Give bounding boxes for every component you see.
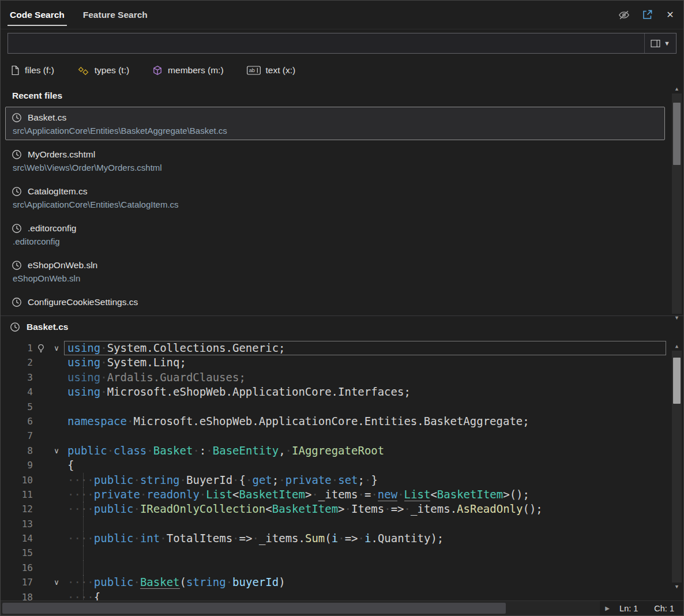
code-text: public·class·Basket·:·BaseEntity,·IAggre… — [64, 444, 666, 458]
visibility-off-icon[interactable] — [618, 9, 630, 21]
code-text: namespace·Microsoft.eShopWeb.Application… — [64, 414, 666, 429]
code-line: 5 — [1, 400, 666, 414]
glyph-margin — [33, 561, 49, 575]
editor-scrollbar-track[interactable] — [672, 351, 682, 583]
fold-margin — [49, 473, 64, 487]
search-input[interactable] — [8, 33, 644, 53]
editor-scrollbar[interactable]: ▲ ▼ — [672, 342, 682, 591]
recent-file-name: .editorconfig — [28, 223, 76, 234]
horizontal-scrollbar-thumb[interactable] — [2, 603, 506, 614]
recent-file-item[interactable]: eShopOnWeb.slneShopOnWeb.sln — [5, 254, 665, 288]
recent-file-item[interactable]: Basket.cssrc\ApplicationCore\Entities\Ba… — [5, 107, 665, 140]
fold-margin — [49, 370, 64, 385]
fold-margin — [49, 546, 64, 560]
filter-members[interactable]: members (m:) — [152, 65, 223, 76]
filter-files-label: files (f:) — [25, 65, 54, 76]
clock-icon — [12, 260, 22, 271]
code-preview-editor[interactable]: 1∨using·System.Collections.Generic;2usin… — [1, 337, 683, 600]
clock-icon — [12, 186, 22, 197]
recent-file-name: Basket.cs — [28, 112, 66, 123]
search-options-dropdown[interactable]: ▼ — [644, 33, 676, 53]
line-number: 12 — [1, 502, 33, 516]
code-text: using·Ardalis.GuardClauses; — [64, 370, 666, 385]
fold-margin — [49, 400, 64, 414]
filter-members-label: members (m:) — [168, 65, 223, 76]
recent-file-path: eShopOnWeb.sln — [12, 273, 659, 283]
fold-chevron-icon[interactable]: ∨ — [49, 341, 64, 355]
recent-file-name: MyOrders.cshtml — [28, 149, 95, 160]
clock-icon — [12, 149, 22, 160]
scrollbar-thumb[interactable] — [673, 103, 681, 165]
filter-files[interactable]: files (f:) — [11, 65, 54, 76]
line-number: 18 — [1, 590, 33, 600]
code-search-window: Code Search Feature Search ✕ — [0, 0, 684, 616]
close-icon[interactable]: ✕ — [664, 9, 677, 21]
recent-file-item[interactable]: MyOrders.cshtmlsrc\Web\Views\Order\MyOrd… — [5, 144, 665, 177]
line-number: 3 — [1, 370, 33, 385]
code-text: ····public·IReadOnlyCollection<BasketIte… — [64, 502, 666, 516]
code-text: ····public·string·BuyerId·{·get;·private… — [64, 473, 666, 487]
code-text: using·System.Collections.Generic; — [64, 341, 666, 355]
lightbulb-icon[interactable] — [33, 341, 49, 355]
recent-files-list: Basket.cssrc\ApplicationCore\Entities\Ba… — [1, 106, 683, 315]
editor-scroll-down-icon[interactable]: ▼ — [672, 583, 682, 591]
recent-file-name: eShopOnWeb.sln — [28, 260, 97, 271]
code-line: 11····private·readonly·List<BasketItem>·… — [1, 487, 666, 502]
code-line: 17∨····public·Basket(string·buyerId) — [1, 575, 666, 589]
filter-types-label: types (t:) — [95, 65, 129, 76]
glyph-margin — [33, 385, 49, 399]
code-line: 12····public·IReadOnlyCollection<BasketI… — [1, 502, 666, 516]
scroll-up-icon[interactable]: ▲ — [672, 85, 682, 93]
line-number: 7 — [1, 429, 33, 443]
recent-file-item[interactable]: ConfigureCookieSettings.cs — [5, 291, 665, 314]
fold-chevron-icon[interactable]: ∨ — [49, 575, 64, 589]
recent-file-item[interactable]: CatalogItem.cssrc\ApplicationCore\Entiti… — [5, 181, 665, 214]
code-line: 7 — [1, 429, 666, 443]
code-text — [64, 517, 666, 531]
glyph-margin — [33, 531, 49, 546]
horizontal-scrollbar[interactable] — [1, 601, 600, 615]
recent-list-scrollbar[interactable]: ▲ ▼ — [672, 85, 682, 322]
header-icons: ✕ — [618, 1, 677, 29]
code-line: 3using·Ardalis.GuardClauses; — [1, 370, 666, 385]
tab-feature-search[interactable]: Feature Search — [81, 1, 150, 29]
editor-scrollbar-thumb[interactable] — [673, 358, 681, 404]
recent-file-item[interactable]: .editorconfig.editorconfig — [5, 217, 665, 251]
fold-margin — [49, 531, 64, 546]
fold-margin — [49, 561, 64, 575]
line-number: 9 — [1, 458, 33, 472]
filter-text[interactable]: ab text (x:) — [247, 65, 296, 76]
scrollbar-track[interactable] — [672, 93, 682, 314]
fold-margin — [49, 385, 64, 399]
glyph-margin — [33, 414, 49, 429]
fold-margin — [49, 429, 64, 443]
status-bar: ▶ Ln: 1 Ch: 1 — [1, 600, 683, 615]
fold-chevron-icon[interactable]: ∨ — [49, 444, 64, 458]
code-line: 4using·Microsoft.eShopWeb.ApplicationCor… — [1, 385, 666, 399]
types-icon — [77, 66, 89, 76]
line-number: 4 — [1, 385, 33, 399]
fold-margin — [49, 502, 64, 516]
glyph-margin — [33, 517, 49, 531]
line-number: 15 — [1, 546, 33, 560]
tab-code-search[interactable]: Code Search — [7, 1, 67, 29]
fold-margin — [49, 355, 64, 370]
scroll-right-icon[interactable]: ▶ — [600, 605, 615, 611]
code-text: using·Microsoft.eShopWeb.ApplicationCore… — [64, 385, 666, 399]
chevron-down-icon: ▼ — [664, 40, 670, 47]
glyph-margin — [33, 546, 49, 560]
line-indicator: Ln: 1 — [619, 604, 638, 613]
line-number: 2 — [1, 355, 33, 370]
code-line: 18····{ — [1, 590, 666, 600]
svg-text:ab: ab — [249, 67, 254, 73]
filter-types[interactable]: types (t:) — [77, 65, 129, 76]
line-number: 1 — [1, 341, 33, 355]
glyph-margin — [33, 590, 49, 600]
line-number: 5 — [1, 400, 33, 414]
open-in-new-window-icon[interactable] — [641, 9, 653, 21]
scroll-down-icon[interactable]: ▼ — [672, 314, 682, 322]
recent-file-path: src\ApplicationCore\Entities\CatalogItem… — [12, 200, 659, 209]
code-line: 2using·System.Linq; — [1, 355, 666, 370]
code-text — [64, 546, 666, 560]
editor-scroll-up-icon[interactable]: ▲ — [672, 342, 682, 351]
